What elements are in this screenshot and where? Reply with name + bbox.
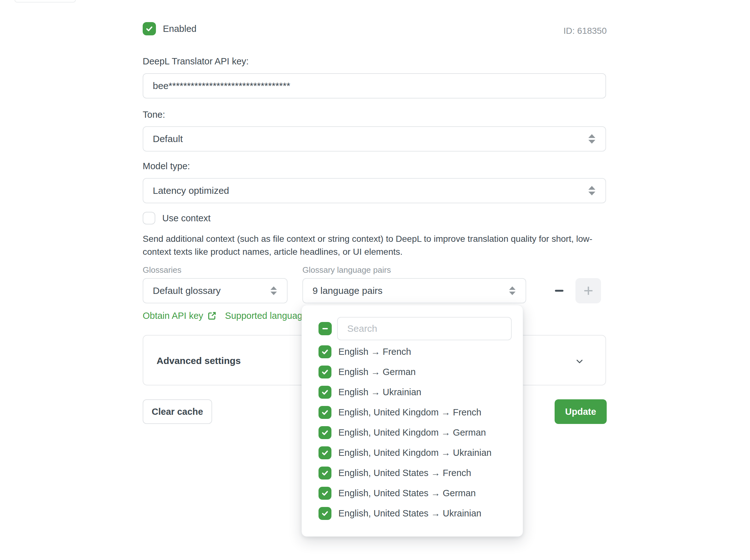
model-type-select-value: Latency optimized [153, 185, 229, 196]
tone-select[interactable]: Default [143, 126, 606, 152]
pair-label: English → French [338, 346, 411, 357]
language-pair-list: English → French English → German Englis… [319, 345, 513, 520]
obtain-api-key-label: Obtain API key [143, 311, 203, 321]
deepl-settings-page: Enabled ID: 618350 DeepL Translator API … [0, 0, 750, 560]
api-key-input[interactable] [143, 73, 606, 99]
enabled-label: Enabled [163, 24, 196, 34]
pair-label: English → German [338, 367, 416, 377]
enabled-checkbox[interactable] [143, 22, 156, 35]
checkmark-icon [321, 448, 329, 457]
checkmark-icon [321, 469, 329, 477]
checkmark-icon [321, 368, 329, 376]
use-context-row: Use context [143, 212, 210, 224]
advanced-settings-label: Advanced settings [157, 356, 241, 366]
api-key-label: DeepL Translator API key: [143, 56, 249, 66]
add-glossary-button[interactable] [575, 278, 601, 303]
tone-select-value: Default [153, 134, 183, 144]
pair-checkbox[interactable] [319, 345, 331, 358]
pair-label: English, United Kingdom → Ukrainian [338, 447, 491, 458]
pair-checkbox[interactable] [319, 386, 331, 399]
supported-languages-label: Supported languages [225, 311, 312, 321]
glossary-select[interactable]: Default glossary [143, 278, 288, 303]
model-type-select[interactable]: Latency optimized [143, 178, 606, 203]
indeterminate-dash-icon [321, 324, 329, 333]
checkmark-icon [321, 347, 329, 356]
glossary-pairs-label: Glossary language pairs [302, 265, 391, 275]
language-pair-row[interactable]: English, United Kingdom → French [319, 406, 513, 419]
enabled-row: Enabled [143, 22, 196, 35]
select-all-checkbox[interactable] [319, 322, 332, 335]
language-pair-row[interactable]: English → French [319, 345, 513, 358]
minus-icon [555, 290, 564, 292]
checkmark-icon [321, 509, 329, 518]
pair-label: English, United States → German [338, 488, 476, 498]
checkmark-icon [321, 388, 329, 397]
pair-checkbox[interactable] [319, 507, 331, 520]
language-pair-row[interactable]: English, United States → Ukrainian [319, 507, 513, 520]
supported-languages-link[interactable]: Supported languages [225, 311, 312, 321]
external-link-icon [207, 311, 217, 321]
use-context-checkbox[interactable] [143, 212, 155, 224]
language-pair-row[interactable]: English, United Kingdom → German [319, 426, 513, 439]
pair-checkbox[interactable] [319, 446, 331, 459]
description-line-2: context texts like product names, articl… [143, 245, 592, 258]
language-pair-row[interactable]: English → Ukrainian [319, 386, 513, 399]
pair-label: English, United Kingdom → German [338, 427, 486, 438]
chevron-down-icon [574, 356, 585, 366]
pair-checkbox[interactable] [319, 487, 331, 500]
update-label: Update [565, 406, 596, 417]
search-input[interactable] [337, 317, 512, 340]
pair-label: English, United States → French [338, 468, 471, 478]
integration-id: ID: 618350 [564, 26, 607, 36]
obtain-api-key-link[interactable]: Obtain API key [143, 311, 217, 321]
model-type-label: Model type: [143, 161, 190, 172]
checkmark-icon [145, 24, 154, 33]
update-button[interactable]: Update [554, 399, 607, 424]
checkmark-icon [321, 489, 329, 498]
select-stepper-icon [508, 286, 516, 296]
dropdown-search-row [319, 317, 512, 340]
cutoff-element-artifact [15, 0, 76, 2]
language-pair-row[interactable]: English, United States → German [319, 487, 513, 500]
language-pairs-dropdown: English → French English → German Englis… [301, 305, 523, 537]
pair-checkbox[interactable] [319, 365, 331, 379]
glossaries-label: Glossaries [143, 265, 182, 275]
select-stepper-icon [588, 185, 596, 196]
pair-checkbox[interactable] [319, 406, 331, 419]
description-line-1: Send additional context (such as file co… [143, 232, 592, 245]
language-pair-row[interactable]: English, United States → French [319, 466, 513, 480]
glossary-select-value: Default glossary [153, 285, 221, 296]
checkmark-icon [321, 428, 329, 437]
language-pair-row[interactable]: English → German [319, 365, 513, 379]
pair-label: English → Ukrainian [338, 387, 421, 397]
checkmark-icon [321, 408, 329, 417]
pair-checkbox[interactable] [319, 466, 331, 480]
clear-cache-button[interactable]: Clear cache [143, 399, 212, 424]
use-context-label: Use context [162, 213, 210, 223]
pair-checkbox[interactable] [319, 426, 331, 439]
pair-label: English, United Kingdom → French [338, 407, 481, 418]
plus-icon [583, 285, 594, 296]
glossary-pairs-select-value: 9 language pairs [312, 285, 383, 296]
clear-cache-label: Clear cache [152, 406, 203, 417]
pair-label: English, United States → Ukrainian [338, 508, 481, 519]
remove-glossary-button[interactable] [550, 281, 568, 300]
select-stepper-icon [588, 134, 596, 144]
select-stepper-icon [270, 286, 278, 296]
use-context-description: Send additional context (such as file co… [143, 232, 592, 258]
glossary-pairs-select[interactable]: 9 language pairs [302, 278, 526, 303]
links-row: Obtain API key Supported languages [143, 311, 312, 321]
language-pair-row[interactable]: English, United Kingdom → Ukrainian [319, 446, 513, 459]
tone-label: Tone: [143, 109, 165, 120]
